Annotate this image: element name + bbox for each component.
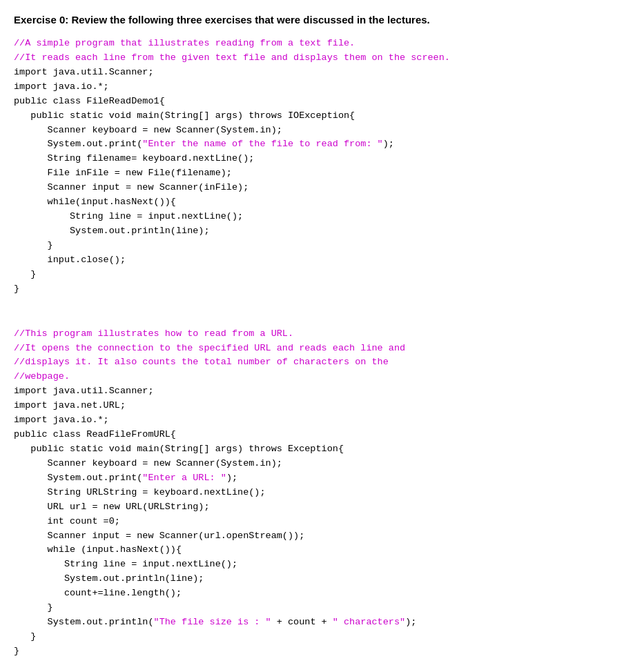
exercise-title: Exercise 0: Review the following three e… <box>14 14 610 26</box>
code-line: } <box>14 631 36 642</box>
code-line: } <box>14 269 36 279</box>
code-line: String filename= keyboard.nextLine(); <box>14 153 254 164</box>
code-line: String line = input.nextLine(); <box>14 211 243 221</box>
code-block-1: //A simple program that illustrates read… <box>14 37 610 297</box>
code-line: String URLString = keyboard.nextLine(); <box>14 487 266 497</box>
code-line: import java.util.Scanner; <box>14 386 154 396</box>
code-line: int count =0; <box>14 516 120 526</box>
comment-line: //webpage. <box>14 371 70 382</box>
code-line: Scanner input = new Scanner(inFile); <box>14 182 248 192</box>
comment-line: //A simple program that illustrates read… <box>14 38 355 48</box>
code-block-2: //This program illustrates how to read f… <box>14 327 610 659</box>
code-line: } <box>14 240 53 250</box>
code-line: import java.io.*; <box>14 81 109 92</box>
comment-line: //It opens the connection to the specifi… <box>14 343 405 353</box>
code-line: } <box>14 284 19 294</box>
code-line: System.out.print("Enter the name of the … <box>14 139 394 149</box>
code-line: System.out.print("Enter a URL: "); <box>14 473 237 483</box>
code-line: } <box>14 646 19 656</box>
code-line: import java.io.*; <box>14 415 109 425</box>
code-line: public static void main(String[] args) t… <box>14 444 344 454</box>
code-line: Scanner keyboard = new Scanner(System.in… <box>14 458 282 468</box>
page-container: Exercise 0: Review the following three e… <box>14 14 610 659</box>
code-line: Scanner input = new Scanner(url.openStre… <box>14 531 304 541</box>
comment-line: //displays it. It also counts the total … <box>14 357 389 367</box>
code-line: URL url = new URL(URLString); <box>14 502 210 512</box>
code-line: System.out.println(line); <box>14 573 204 584</box>
comment-line: //It reads each line from the given text… <box>14 52 450 63</box>
comment-line: //This program illustrates how to read f… <box>14 328 293 339</box>
code-line: File inFile = new File(filename); <box>14 168 232 178</box>
code-line: while (input.hasNext()){ <box>14 544 182 555</box>
code-line: System.out.println("The file size is : "… <box>14 617 416 627</box>
code-line: Scanner keyboard = new Scanner(System.in… <box>14 125 282 135</box>
code-line: String line = input.nextLine(); <box>14 559 237 569</box>
code-line: public class FileReadDemo1{ <box>14 96 165 106</box>
code-line: import java.util.Scanner; <box>14 67 154 77</box>
code-line: count+=line.length(); <box>14 588 182 598</box>
code-line: import java.net.URL; <box>14 400 126 411</box>
code-line: System.out.println(line); <box>14 226 210 236</box>
code-line: public static void main(String[] args) t… <box>14 110 355 121</box>
code-line: while(input.hasNext()){ <box>14 197 176 207</box>
divider <box>14 313 610 327</box>
code-line: public class ReadFileFromURL{ <box>14 429 176 439</box>
code-line: } <box>14 602 53 613</box>
code-line: input.close(); <box>14 255 126 265</box>
